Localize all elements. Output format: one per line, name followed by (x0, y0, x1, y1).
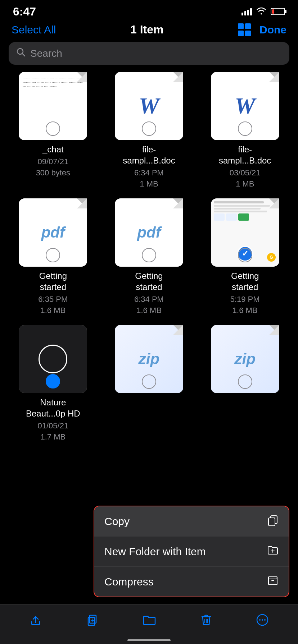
file-thumb: zip (211, 325, 279, 393)
duplicate-button[interactable] (82, 610, 102, 632)
file-thumb: W (115, 72, 183, 140)
trash-button[interactable] (197, 610, 216, 632)
trash-icon (200, 613, 213, 630)
svg-text:G: G (270, 255, 273, 260)
status-icons (241, 7, 285, 17)
select-circle (46, 121, 60, 136)
duplicate-icon (85, 613, 99, 630)
file-item-pdf1[interactable]: pdf Gettingstarted 6:35 PM 1.6 MB (7, 198, 99, 316)
file-meta-size: 1.6 MB (232, 305, 258, 316)
file-meta-date: 6:34 PM (134, 167, 164, 179)
file-item-pdf2[interactable]: pdf Gettingstarted 6:34 PM 1.6 MB (103, 198, 195, 316)
file-thumb: zip (115, 325, 183, 393)
file-meta-date: 6:34 PM (134, 294, 164, 305)
search-bar[interactable]: Search (9, 42, 289, 65)
copy-label: Copy (104, 515, 130, 528)
more-button[interactable] (253, 610, 272, 632)
file-thumb: pdf (19, 198, 87, 267)
file-name: file-sampl...B.doc (123, 144, 175, 166)
context-menu-new-folder[interactable]: New Folder with Item (94, 537, 289, 567)
svg-rect-5 (268, 518, 275, 526)
file-meta-size: 300 bytes (36, 167, 70, 179)
new-folder-label: New Folder with Item (104, 546, 206, 558)
file-thumb: pdf (115, 198, 183, 267)
file-meta-date: 01/05/21 (38, 420, 69, 432)
file-name: _chat (42, 144, 64, 155)
context-menu-compress[interactable]: Compress (94, 567, 289, 597)
done-button[interactable]: Done (259, 24, 286, 36)
share-button[interactable] (26, 610, 45, 632)
select-circle (238, 248, 252, 262)
nav-bar: Select All 1 Item Done (0, 20, 298, 41)
file-item-doc1[interactable]: W file-sampl...B.doc 6:34 PM 1 MB (103, 72, 195, 190)
copy-icon (267, 514, 279, 528)
select-circle (238, 374, 252, 389)
nav-right-actions: Done (238, 23, 286, 36)
file-grid: ......... ........ ....... ........ ....… (0, 72, 298, 443)
svg-point-21 (264, 619, 266, 621)
file-meta-date: 5:19 PM (230, 294, 260, 305)
folder-icon (142, 613, 157, 629)
wifi-icon (256, 7, 266, 17)
file-thumb (19, 325, 87, 393)
file-name: Gettingstarted (231, 270, 259, 293)
file-meta-size: 1 MB (236, 179, 254, 190)
status-time: 6:47 (13, 5, 36, 18)
file-item-chat[interactable]: ......... ........ ....... ........ ....… (7, 72, 99, 190)
select-circle (142, 374, 156, 389)
more-icon (256, 613, 269, 630)
search-icon (16, 47, 26, 60)
file-meta-size: 1.6 MB (136, 305, 162, 316)
file-item-gdoc[interactable]: G Gettingstarted 5:19 PM 1.6 MB (199, 198, 291, 316)
file-thumb: G (211, 198, 279, 267)
file-meta-size: 1.7 MB (40, 432, 66, 443)
select-circle (142, 121, 156, 136)
file-item-zip1[interactable]: zip (103, 325, 195, 443)
file-item-zip2[interactable]: zip (199, 325, 291, 443)
context-menu-copy[interactable]: Copy (94, 506, 289, 537)
svg-rect-12 (88, 617, 95, 625)
search-placeholder: Search (30, 48, 62, 59)
signal-icon (241, 8, 252, 15)
file-meta-size: 1 MB (140, 179, 158, 190)
file-thumb: ......... ........ ....... ........ ....… (19, 72, 87, 140)
select-circle (46, 374, 60, 388)
select-circle (238, 121, 252, 136)
context-menu: Copy New Folder with Item Compress (94, 506, 289, 597)
share-icon (29, 613, 42, 630)
archive-icon (267, 575, 279, 589)
file-name: file-sampl...B.doc (219, 144, 271, 166)
file-name: Gettingstarted (135, 270, 163, 293)
svg-point-20 (262, 619, 263, 621)
file-name: Gettingstarted (39, 270, 67, 293)
file-item-doc2[interactable]: W file-sampl...B.doc 03/05/21 1 MB (199, 72, 291, 190)
svg-rect-9 (268, 577, 277, 579)
home-indicator (127, 639, 171, 641)
file-thumb: W (211, 72, 279, 140)
nature-circle (39, 345, 67, 373)
select-circle (142, 248, 156, 262)
svg-point-0 (17, 49, 23, 54)
select-circle (46, 248, 60, 262)
battery-icon (271, 8, 285, 15)
folder-plus-icon (267, 544, 279, 558)
svg-point-19 (259, 619, 261, 621)
file-meta-date: 09/07/21 (38, 156, 69, 167)
file-meta-size: 1.6 MB (40, 305, 66, 316)
file-name: NatureBeaut...0p HD (26, 397, 80, 419)
folder-button[interactable] (139, 611, 159, 632)
nav-title: 1 Item (130, 23, 163, 36)
file-meta-date: 03/05/21 (230, 167, 261, 179)
compress-label: Compress (104, 576, 154, 588)
bottom-toolbar (0, 604, 298, 644)
status-bar: 6:47 (0, 0, 298, 20)
file-meta-date: 6:35 PM (38, 294, 68, 305)
svg-line-1 (23, 54, 25, 56)
file-item-nature[interactable]: NatureBeaut...0p HD 01/05/21 1.7 MB (7, 325, 99, 443)
grid-view-button[interactable] (238, 23, 251, 36)
select-all-button[interactable]: Select All (12, 24, 56, 36)
